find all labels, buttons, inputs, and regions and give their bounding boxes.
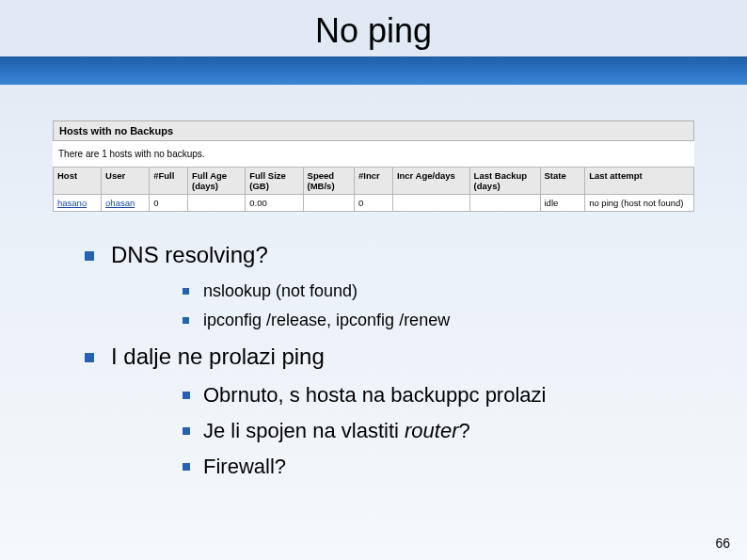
hosts-table-wrap: Hosts with no Backups There are 1 hosts … xyxy=(53,120,694,212)
table-banner: Hosts with no Backups xyxy=(53,120,694,141)
th-incrage: Incr Age/days xyxy=(392,168,469,195)
th-lastbackup: Last Backup (days) xyxy=(469,168,540,195)
subbullet-ipconfig: ipconfig /release, ipconfig /renew xyxy=(183,311,681,330)
th-host: Host xyxy=(54,168,102,195)
hosts-table: Host User #Full Full Age (days) Full Siz… xyxy=(53,167,694,212)
cell-user[interactable]: ohasan xyxy=(102,195,150,212)
cell-speed xyxy=(303,195,354,212)
content: DNS resolving? nslookup (not found) ipco… xyxy=(85,242,681,479)
slide-title: No ping xyxy=(0,11,747,51)
bullet-dns-text: DNS resolving? xyxy=(111,242,268,267)
table-row: hasano ohasan 0 0.00 0 idle no ping (hos… xyxy=(54,195,694,212)
table-header-row: Host User #Full Full Age (days) Full Siz… xyxy=(54,168,694,195)
page-number: 66 xyxy=(715,536,730,551)
router-pre: Je li spojen na vlastiti xyxy=(203,419,405,442)
th-user: User xyxy=(102,168,150,195)
cell-lastbackup xyxy=(469,195,540,212)
th-nincr: #Incr xyxy=(355,168,393,195)
th-state: State xyxy=(540,168,585,195)
bullet-list: DNS resolving? nslookup (not found) ipco… xyxy=(85,242,681,479)
th-nfull: #Full xyxy=(150,168,188,195)
bullet-noping: I dalje ne prolazi ping Obrnuto, s hosta… xyxy=(85,344,681,479)
subbullet-router: Je li spojen na vlastiti router? xyxy=(183,419,681,443)
subbullet-nslookup: nslookup (not found) xyxy=(183,281,681,301)
table-note: There are 1 hosts with no backups. xyxy=(53,141,694,167)
sublist-noping: Obrnuto, s hosta na backuppc prolazi Je … xyxy=(183,383,681,479)
cell-incrage xyxy=(392,195,469,212)
router-post: ? xyxy=(458,419,469,442)
cell-fullsize: 0.00 xyxy=(246,195,303,212)
title-stripe xyxy=(0,56,747,85)
sublist-dns: nslookup (not found) ipconfig /release, … xyxy=(183,281,681,330)
subbullet-firewall: Firewall? xyxy=(183,455,681,479)
th-fullage: Full Age (days) xyxy=(187,168,245,195)
th-fullsize: Full Size (GB) xyxy=(246,168,303,195)
subbullet-reverse: Obrnuto, s hosta na backuppc prolazi xyxy=(183,383,681,408)
cell-state: idle xyxy=(540,195,585,212)
cell-host[interactable]: hasano xyxy=(54,195,102,212)
bullet-noping-text: I dalje ne prolazi ping xyxy=(111,344,325,369)
title-region: No ping xyxy=(0,0,747,92)
th-lastattempt: Last attempt xyxy=(585,168,694,195)
cell-nfull: 0 xyxy=(150,195,188,212)
cell-fullage xyxy=(187,195,245,212)
cell-lastattempt: no ping (host not found) xyxy=(585,195,694,212)
th-speed: Speed (MB/s) xyxy=(303,168,354,195)
router-em: router xyxy=(405,419,458,442)
cell-nincr: 0 xyxy=(355,195,393,212)
bullet-dns: DNS resolving? nslookup (not found) ipco… xyxy=(85,242,681,330)
